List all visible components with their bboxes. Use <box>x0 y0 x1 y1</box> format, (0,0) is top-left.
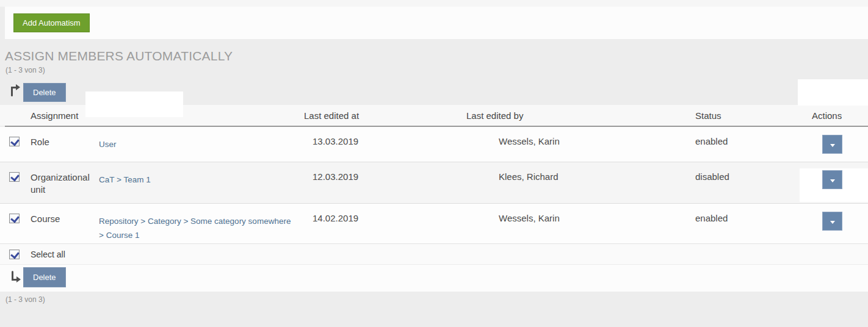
select-all-checkbox[interactable] <box>9 250 20 259</box>
column-header-status: Status <box>692 110 808 121</box>
page-title: ASSIGN MEMBERS AUTOMATICALLY <box>5 49 233 63</box>
top-strip <box>0 0 868 7</box>
row-checkbox[interactable] <box>9 214 20 223</box>
caret-down-icon <box>830 179 835 182</box>
last-edited-at: 14.02.2019 <box>304 204 478 223</box>
white-artifact-overlay <box>798 79 868 106</box>
delete-button-bottom[interactable]: Delete <box>23 267 66 287</box>
select-all-row: Select all <box>0 244 868 265</box>
top-toolbar: Add Automatism <box>5 7 868 39</box>
status-text: enabled <box>692 127 808 146</box>
caret-down-icon <box>830 221 835 224</box>
assignment-target-link[interactable]: CaT > Team 1 <box>99 175 151 184</box>
pagination-top: (1 - 3 von 3) <box>5 66 45 74</box>
row-checkbox[interactable] <box>9 172 20 182</box>
white-artifact-overlay <box>85 92 183 117</box>
row-checkbox[interactable] <box>9 137 20 146</box>
assign-members-page: Add Automatism ASSIGN MEMBERS AUTOMATICA… <box>0 0 868 327</box>
assignment-target-link[interactable]: Repository > Category > Some category so… <box>99 217 291 240</box>
delete-button-top[interactable]: Delete <box>23 83 66 102</box>
select-all-label: Select all <box>31 250 65 259</box>
assignment-target-link[interactable]: User <box>99 140 117 149</box>
assignment-type: Course <box>31 204 99 225</box>
table-row: Organizational unit CaT > Team 1 12.03.2… <box>0 162 868 204</box>
caret-down-icon <box>830 144 835 147</box>
pagination-bottom: (1 - 3 von 3) <box>5 295 45 304</box>
status-text: enabled <box>692 204 808 223</box>
bulk-action-bar-bottom <box>0 265 868 292</box>
actions-dropdown-button[interactable] <box>822 170 842 189</box>
arrow-up-right-icon <box>10 84 21 97</box>
table-row: Role User 13.03.2019 Wessels, Karin enab… <box>0 127 868 162</box>
bottom-strip: (1 - 3 von 3) <box>0 292 868 327</box>
table-body: Role User 13.03.2019 Wessels, Karin enab… <box>0 127 868 244</box>
last-edited-at: 13.03.2019 <box>304 127 478 146</box>
table-row: Course Repository > Category > Some cate… <box>0 204 868 244</box>
column-header-last-edited-at: Last edited at <box>304 110 478 121</box>
column-header-last-edited-by: Last edited by <box>466 110 692 121</box>
assignment-type: Organizational unit <box>31 162 99 196</box>
status-text: disabled <box>692 162 808 182</box>
actions-dropdown-button[interactable] <box>822 212 842 231</box>
last-edited-by: Wessels, Karin <box>478 127 692 146</box>
arrow-down-right-icon <box>11 270 21 284</box>
column-header-actions: Actions <box>808 110 868 121</box>
assignment-type: Role <box>31 127 99 148</box>
actions-dropdown-button[interactable] <box>822 135 842 154</box>
last-edited-at: 12.03.2019 <box>304 162 478 182</box>
add-automatism-button[interactable]: Add Automatism <box>13 13 90 32</box>
last-edited-by: Klees, Richard <box>478 162 692 182</box>
last-edited-by: Wessels, Karin <box>478 204 692 223</box>
